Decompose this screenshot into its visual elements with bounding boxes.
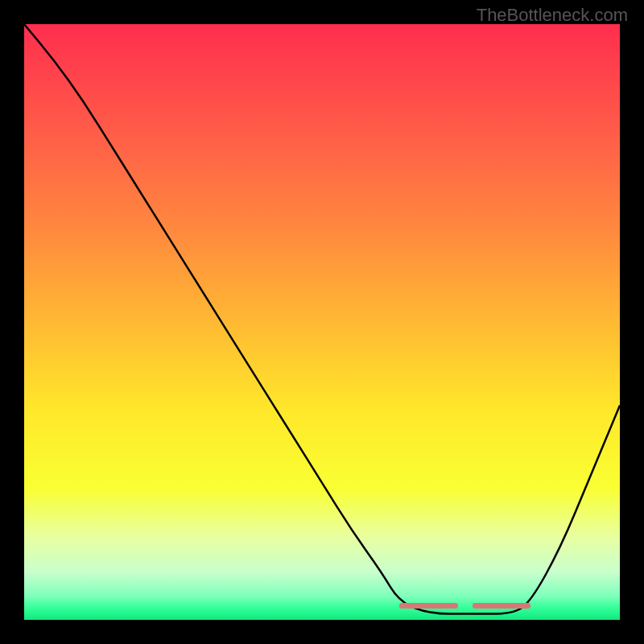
- optimal-range-marker-right: [473, 603, 530, 609]
- watermark-text: TheBottleneck.com: [477, 5, 628, 26]
- optimal-range-marker-left: [399, 603, 457, 609]
- chart-plot-area: [24, 24, 620, 620]
- bottleneck-curve-line: [24, 24, 620, 620]
